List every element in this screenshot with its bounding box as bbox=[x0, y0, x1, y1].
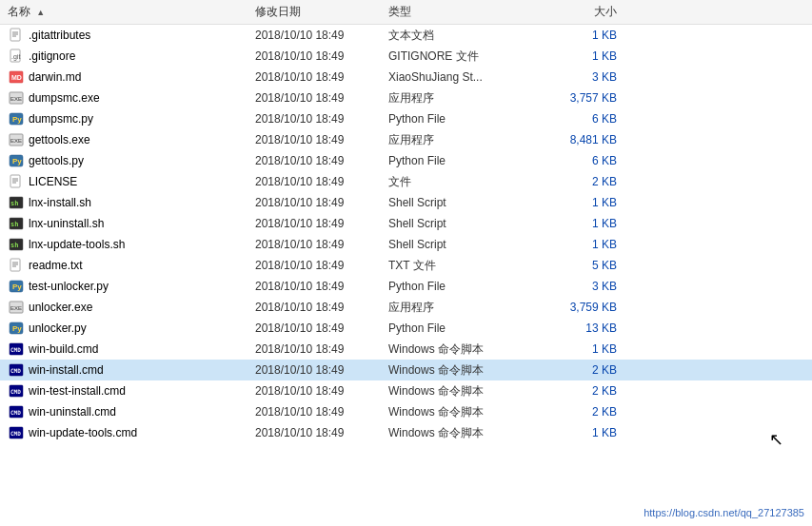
file-type: 应用程序 bbox=[388, 132, 541, 148]
file-type: 文本文档 bbox=[388, 28, 541, 44]
file-date: 2018/10/10 18:49 bbox=[255, 363, 388, 377]
table-row[interactable]: sh lnx-install.sh 2018/10/10 18:49 Shell… bbox=[0, 192, 812, 213]
file-size: 1 KB bbox=[541, 342, 617, 356]
file-name: dumpsmc.py bbox=[29, 112, 93, 126]
svg-text:EXE: EXE bbox=[10, 96, 22, 102]
file-size: 1 KB bbox=[541, 196, 617, 209]
file-size: 2 KB bbox=[541, 405, 617, 419]
file-name: win-uninstall.cmd bbox=[29, 405, 116, 419]
file-name: win-install.cmd bbox=[29, 363, 104, 377]
file-type: Python File bbox=[388, 112, 541, 126]
file-icon: CMD bbox=[8, 403, 25, 420]
file-date: 2018/10/10 18:49 bbox=[255, 112, 388, 126]
file-type: TXT 文件 bbox=[388, 258, 541, 274]
file-name-cell: LICENSE bbox=[8, 173, 255, 190]
table-row[interactable]: Py test-unlocker.py 2018/10/10 18:49 Pyt… bbox=[0, 276, 812, 297]
table-row[interactable]: CMD win-uninstall.cmd 2018/10/10 18:49 W… bbox=[0, 401, 812, 422]
file-icon: EXE bbox=[8, 131, 25, 148]
file-icon bbox=[8, 173, 25, 190]
file-size: 3 KB bbox=[541, 70, 617, 84]
file-name: gettools.py bbox=[29, 154, 84, 167]
file-size: 8,481 KB bbox=[541, 133, 617, 146]
file-size: 1 KB bbox=[541, 426, 617, 439]
file-size: 1 KB bbox=[541, 238, 617, 251]
file-size: 3,759 KB bbox=[541, 301, 617, 314]
file-list: .gitattributes 2018/10/10 18:49 文本文档 1 K… bbox=[0, 25, 812, 522]
table-row[interactable]: EXE unlocker.exe 2018/10/10 18:49 应用程序 3… bbox=[0, 297, 812, 318]
col-header-type[interactable]: 类型 bbox=[388, 4, 541, 20]
file-name-cell: CMD win-install.cmd bbox=[8, 361, 255, 379]
svg-text:Py: Py bbox=[12, 282, 22, 291]
file-type: 应用程序 bbox=[388, 90, 541, 107]
table-row[interactable]: EXE gettools.exe 2018/10/10 18:49 应用程序 8… bbox=[0, 129, 812, 150]
file-type: Windows 命令脚本 bbox=[388, 425, 541, 441]
file-name-cell: CMD win-update-tools.cmd bbox=[8, 424, 255, 441]
file-name-cell: MD darwin.md bbox=[8, 68, 255, 86]
file-size: 1 KB bbox=[541, 49, 617, 63]
file-name-cell: EXE gettools.exe bbox=[8, 131, 255, 148]
file-name-cell: Py gettools.py bbox=[8, 152, 255, 169]
file-name: gettools.exe bbox=[29, 133, 90, 146]
svg-text:CMD: CMD bbox=[10, 388, 21, 395]
file-type: Windows 命令脚本 bbox=[388, 362, 541, 379]
table-row[interactable]: readme.txt 2018/10/10 18:49 TXT 文件 5 KB bbox=[0, 255, 812, 276]
svg-text:CMD: CMD bbox=[10, 367, 21, 374]
file-name-cell: Py test-unlocker.py bbox=[8, 278, 255, 295]
file-type: 文件 bbox=[388, 174, 541, 190]
file-icon: sh bbox=[8, 194, 25, 211]
table-row[interactable]: EXE dumpsmc.exe 2018/10/10 18:49 应用程序 3,… bbox=[0, 88, 812, 108]
file-date: 2018/10/10 18:49 bbox=[255, 217, 388, 230]
table-row[interactable]: CMD win-install.cmd 2018/10/10 18:49 Win… bbox=[0, 360, 812, 380]
file-date: 2018/10/10 18:49 bbox=[255, 238, 388, 251]
file-type: Shell Script bbox=[388, 196, 541, 209]
file-icon: EXE bbox=[8, 89, 25, 107]
file-size: 13 KB bbox=[541, 321, 617, 335]
table-row[interactable]: CMD win-update-tools.cmd 2018/10/10 18:4… bbox=[0, 422, 812, 443]
table-row[interactable]: sh lnx-uninstall.sh 2018/10/10 18:49 She… bbox=[0, 213, 812, 234]
file-size: 2 KB bbox=[541, 175, 617, 188]
svg-text:EXE: EXE bbox=[10, 138, 22, 144]
table-row[interactable]: Py unlocker.py 2018/10/10 18:49 Python F… bbox=[0, 318, 812, 339]
table-row[interactable]: MD darwin.md 2018/10/10 18:49 XiaoShuJia… bbox=[0, 67, 812, 88]
file-icon: .git bbox=[8, 48, 25, 65]
col-header-date[interactable]: 修改日期 bbox=[255, 4, 388, 20]
table-row[interactable]: Py gettools.py 2018/10/10 18:49 Python F… bbox=[0, 150, 812, 171]
file-icon: CMD bbox=[8, 361, 25, 379]
file-size: 2 KB bbox=[541, 363, 617, 377]
file-date: 2018/10/10 18:49 bbox=[255, 342, 388, 356]
col-header-size[interactable]: 大小 bbox=[541, 4, 617, 20]
file-date: 2018/10/10 18:49 bbox=[255, 280, 388, 293]
svg-text:Py: Py bbox=[12, 115, 22, 124]
file-explorer: 名称 ▲ 修改日期 类型 大小 .gitattributes 2018/10/1… bbox=[0, 0, 812, 526]
svg-text:sh: sh bbox=[10, 221, 18, 228]
file-type: XiaoShuJiang St... bbox=[388, 70, 541, 84]
table-row[interactable]: .git .gitignore 2018/10/10 18:49 GITIGNO… bbox=[0, 46, 812, 67]
file-name-cell: Py dumpsmc.py bbox=[8, 110, 255, 127]
file-name: lnx-update-tools.sh bbox=[29, 238, 125, 251]
table-row[interactable]: LICENSE 2018/10/10 18:49 文件 2 KB bbox=[0, 171, 812, 192]
table-row[interactable]: CMD win-test-install.cmd 2018/10/10 18:4… bbox=[0, 380, 812, 401]
file-type: Python File bbox=[388, 321, 541, 335]
file-type: Python File bbox=[388, 154, 541, 167]
watermark: https://blog.csdn.net/qq_27127385 bbox=[644, 507, 804, 518]
file-type: GITIGNORE 文件 bbox=[388, 49, 541, 65]
svg-text:sh: sh bbox=[10, 242, 18, 249]
file-size: 6 KB bbox=[541, 154, 617, 167]
svg-text:Py: Py bbox=[12, 324, 22, 333]
file-date: 2018/10/10 18:49 bbox=[255, 196, 388, 209]
table-row[interactable]: Py dumpsmc.py 2018/10/10 18:49 Python Fi… bbox=[0, 108, 812, 129]
file-date: 2018/10/10 18:49 bbox=[255, 259, 388, 272]
file-date: 2018/10/10 18:49 bbox=[255, 154, 388, 167]
file-icon: sh bbox=[8, 215, 25, 232]
col-header-name[interactable]: 名称 ▲ bbox=[8, 4, 255, 20]
file-icon: MD bbox=[8, 68, 25, 86]
table-row[interactable]: sh lnx-update-tools.sh 2018/10/10 18:49 … bbox=[0, 234, 812, 255]
file-type: Python File bbox=[388, 280, 541, 293]
file-date: 2018/10/10 18:49 bbox=[255, 405, 388, 419]
file-type: Shell Script bbox=[388, 217, 541, 230]
file-name: LICENSE bbox=[29, 175, 77, 188]
sort-arrow-name: ▲ bbox=[36, 8, 45, 17]
table-row[interactable]: CMD win-build.cmd 2018/10/10 18:49 Windo… bbox=[0, 339, 812, 360]
file-date: 2018/10/10 18:49 bbox=[255, 70, 388, 84]
table-row[interactable]: .gitattributes 2018/10/10 18:49 文本文档 1 K… bbox=[0, 25, 812, 46]
